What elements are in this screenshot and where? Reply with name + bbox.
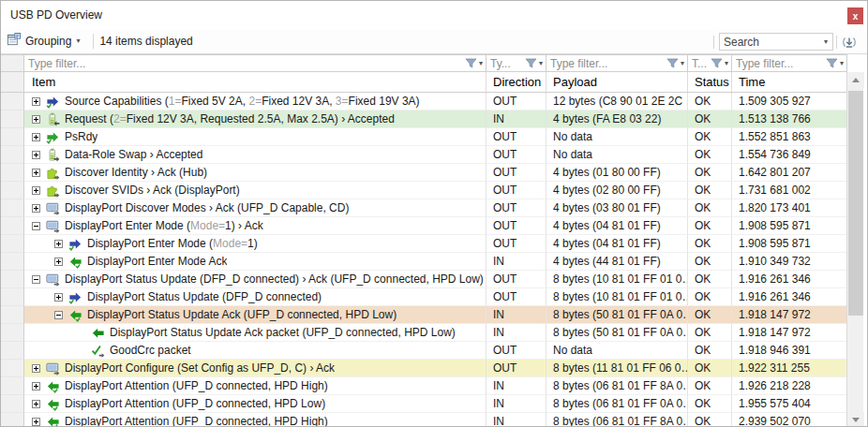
row-gutter: [1, 413, 24, 427]
table-row[interactable]: DisplayPort Status Update Ack packet (UF…: [1, 324, 847, 342]
expand-toggle[interactable]: [32, 418, 40, 426]
time-cell: 1.922 311 255: [732, 360, 847, 377]
status-cell: OK: [688, 199, 732, 217]
status-cell: OK: [688, 253, 732, 271]
status-filter-funnel-icon[interactable]: ▾: [711, 58, 731, 68]
table-row[interactable]: DisplayPort Status Update (DFP_D connect…: [1, 288, 847, 306]
payload-cell: 4 bytes (FA E8 03 22): [546, 110, 688, 128]
expand-toggle[interactable]: [32, 222, 40, 230]
search-input[interactable]: [720, 36, 819, 49]
expand-toggle[interactable]: [54, 293, 63, 302]
item-cell: GoodCrc packet: [24, 342, 486, 360]
search-box: ▾: [719, 33, 833, 51]
row-gutter: [1, 306, 24, 324]
expand-toggle[interactable]: [32, 151, 40, 159]
expand-toggle[interactable]: [32, 115, 40, 124]
payload-cell: 8 bytes (50 81 01 FF 0A 0…: [546, 324, 688, 342]
item-label: Request (2=Fixed 12V 3A, Requested 2.5A,…: [65, 112, 395, 125]
row-gutter: [1, 377, 24, 395]
table-row[interactable]: DisplayPort Enter Mode (Mode=1) › Ack OU…: [1, 217, 847, 235]
title-bar: USB PD Overview x: [1, 1, 867, 29]
vertical-scrollbar[interactable]: [846, 72, 863, 427]
status-filter-cell: ▾: [688, 55, 732, 71]
auto-scroll-icon[interactable]: [839, 32, 860, 52]
expand-toggle[interactable]: [32, 364, 40, 373]
table-row[interactable]: DisplayPort Attention (UFP_D connected, …: [1, 413, 847, 427]
table-row[interactable]: DisplayPort Status Update (DFP_D connect…: [1, 271, 847, 288]
table-row[interactable]: PsRdy OUT No data OK 1.552 851 863: [1, 128, 847, 146]
item-cell: DisplayPort Enter Mode Ack: [24, 253, 486, 271]
time-filter-input[interactable]: [732, 57, 826, 70]
expand-toggle[interactable]: [32, 97, 40, 106]
column-header-time[interactable]: Time: [732, 72, 847, 92]
expand-toggle[interactable]: [32, 400, 40, 408]
payload-filter-cell: ▾: [546, 55, 688, 71]
item-label: DisplayPort Enter Mode (Mode=1) › Ack: [65, 219, 263, 232]
table-row[interactable]: DisplayPort Attention (UFP_D connected, …: [1, 395, 847, 413]
direction-filter-input[interactable]: [486, 57, 525, 70]
ps-ready-out-icon: [46, 130, 60, 144]
item-cell: Source Capabilities (1=Fixed 5V 2A, 2=Fi…: [24, 93, 486, 110]
table-row[interactable]: DisplayPort Attention (UFP_D connected, …: [1, 377, 847, 395]
column-header-item[interactable]: Item: [24, 72, 486, 92]
expand-toggle[interactable]: [32, 169, 40, 177]
item-filter-input[interactable]: [24, 57, 465, 70]
item-label: Source Capabilities (1=Fixed 5V 2A, 2=Fi…: [65, 95, 420, 108]
table-row[interactable]: GoodCrc packet OUT No data OK 1.918 946 …: [1, 342, 847, 360]
item-filter-funnel-icon[interactable]: ▾: [465, 58, 486, 68]
item-label: DisplayPort Discover Modes › Ack (UFP_D …: [65, 201, 349, 214]
item-cell: DisplayPort Attention (UFP_D connected, …: [24, 395, 486, 413]
direction-filter-funnel-icon[interactable]: ▾: [525, 58, 546, 68]
row-gutter: [1, 395, 24, 413]
table-row[interactable]: Data-Role Swap › Accepted OUT No data OK…: [1, 146, 847, 164]
row-gutter: [1, 324, 24, 342]
direction-cell: IN: [486, 306, 546, 324]
status-cell: OK: [688, 164, 732, 182]
expand-toggle[interactable]: [54, 240, 63, 248]
row-gutter: [1, 164, 24, 182]
expand-toggle[interactable]: [32, 186, 40, 195]
table-row[interactable]: DisplayPort Configure (Set Config as UFP…: [1, 360, 847, 377]
table-row[interactable]: Discover Identity › Ack (Hub) OUT 4 byte…: [1, 164, 847, 182]
column-header-payload[interactable]: Payload: [546, 72, 688, 92]
expand-toggle[interactable]: [54, 311, 63, 319]
table-row[interactable]: DisplayPort Status Update Ack (UFP_D con…: [1, 306, 847, 324]
expand-toggle[interactable]: [32, 382, 40, 390]
usb-pd-overview-window: USB PD Overview x Grouping ▾ 14 items di…: [0, 0, 868, 427]
scrollbar-thumb[interactable]: [848, 91, 863, 316]
table-row[interactable]: Request (2=Fixed 12V 3A, Requested 2.5A,…: [1, 110, 847, 128]
payload-filter-input[interactable]: [546, 57, 666, 70]
table-row[interactable]: DisplayPort Enter Mode Ack IN 4 bytes (4…: [1, 253, 847, 271]
item-label: DisplayPort Status Update (DFP_D connect…: [65, 272, 484, 286]
grouping-button[interactable]: Grouping ▾: [1, 31, 87, 52]
expand-toggle[interactable]: [32, 133, 40, 141]
payload-filter-funnel-icon[interactable]: ▾: [666, 58, 687, 68]
item-cell: DisplayPort Discover Modes › Ack (UFP_D …: [24, 199, 486, 217]
item-cell: Data-Role Swap › Accepted: [24, 146, 486, 164]
search-dropdown-icon[interactable]: ▾: [819, 37, 832, 46]
row-gutter: [1, 146, 24, 164]
row-gutter: [1, 288, 24, 306]
row-gutter: [1, 182, 24, 199]
payload-cell: 4 bytes (02 80 00 FF): [546, 182, 688, 199]
direction-cell: OUT: [486, 128, 546, 146]
scroll-down-icon[interactable]: [847, 412, 864, 427]
time-filter-funnel-icon[interactable]: ▾: [826, 58, 846, 68]
column-header-status[interactable]: Status: [688, 72, 732, 92]
table-row[interactable]: DisplayPort Enter Mode (Mode=1) OUT 4 by…: [1, 235, 847, 253]
direction-cell: OUT: [486, 93, 546, 110]
scroll-up-icon[interactable]: [847, 72, 864, 88]
table-row[interactable]: Discover SVIDs › Ack (DisplayPort) OUT 4…: [1, 182, 847, 199]
status-filter-input[interactable]: [688, 57, 711, 70]
item-label: DisplayPort Attention (UFP_D connected, …: [65, 415, 328, 427]
column-header-direction[interactable]: Direction: [486, 72, 546, 92]
item-cell: Request (2=Fixed 12V 3A, Requested 2.5A,…: [24, 110, 486, 128]
table-row[interactable]: DisplayPort Discover Modes › Ack (UFP_D …: [1, 199, 847, 217]
status-cell: OK: [688, 110, 732, 128]
row-gutter: [1, 217, 24, 235]
expand-toggle[interactable]: [32, 204, 40, 213]
expand-toggle[interactable]: [54, 258, 63, 266]
close-button[interactable]: x: [847, 7, 863, 24]
expand-toggle[interactable]: [32, 275, 40, 284]
table-row[interactable]: Source Capabilities (1=Fixed 5V 2A, 2=Fi…: [1, 93, 847, 110]
